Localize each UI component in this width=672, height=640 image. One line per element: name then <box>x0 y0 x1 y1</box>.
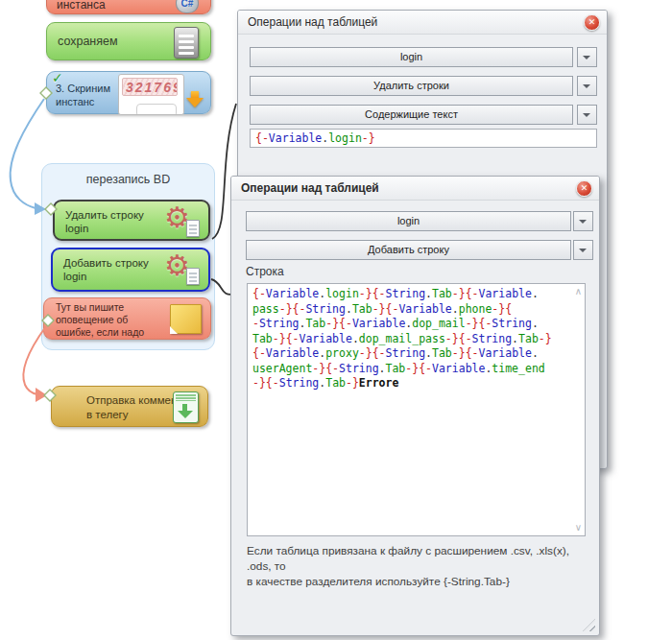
scroll-down-icon[interactable]: ∨ <box>575 523 582 533</box>
flow-block-delete-row[interactable]: Удалить строку login ⚙ <box>53 200 210 241</box>
gear-document-icon: ⚙ <box>164 251 203 288</box>
captcha-thumbnail: 321769 <box>118 74 184 115</box>
download-icon <box>173 391 199 423</box>
condition-dropdown-button[interactable] <box>577 105 597 125</box>
separator-hint-text: Если таблица привязана к файлу с расшире… <box>247 543 594 589</box>
operation-dropdown-button[interactable] <box>573 240 593 260</box>
close-icon[interactable]: ✕ <box>576 180 592 197</box>
dialog1-titlebar[interactable]: Операции над таблицей ✕ <box>238 11 607 35</box>
chevron-down-icon <box>579 220 587 224</box>
table-select-dropdown-button[interactable] <box>577 47 597 67</box>
dialog-table-operations-2: Операции над таблицей ✕ login Добавить с… <box>230 176 600 636</box>
document-icon <box>174 27 199 59</box>
arrowhead-salmon-icon <box>36 388 47 402</box>
table-select-dropdown[interactable]: login <box>250 47 573 67</box>
flow-block-save-label: сохраняем <box>58 35 118 48</box>
flow-block-delete-row-label: Удалить строку login <box>65 208 144 235</box>
close-icon[interactable]: ✕ <box>584 14 600 31</box>
flow-block-screenshot[interactable]: ✓ 3. Скриним инстанс 321769 <box>46 71 211 114</box>
row-string-label: Строка <box>246 265 284 278</box>
resize-grip[interactable] <box>583 619 595 631</box>
flow-block-instance[interactable]: инстанса C# <box>46 0 211 14</box>
dialog1-title: Операции над таблицей <box>248 15 377 29</box>
operation-dropdown[interactable]: Добавить строку <box>246 240 571 260</box>
flow-block-screenshot-label: 3. Скриним инстанс <box>56 82 110 108</box>
scroll-up-icon[interactable]: ∧ <box>575 287 582 296</box>
chevron-down-icon <box>583 113 590 117</box>
sticky-note-icon <box>170 304 202 334</box>
dialog2-title: Операции над таблицей <box>241 181 379 195</box>
chevron-down-icon <box>583 56 590 59</box>
dialog2-titlebar[interactable]: Операции над таблицей ✕ <box>231 177 599 201</box>
flow-block-instance-label: инстанса <box>57 0 106 12</box>
flow-block-add-row-label: Добавить строку login <box>63 256 149 283</box>
chevron-down-icon <box>579 249 587 252</box>
table-select-dropdown[interactable]: login <box>246 211 571 231</box>
flow-group-title: перезапись BD <box>42 173 214 186</box>
chevron-down-icon <box>583 84 590 88</box>
condition-dropdown[interactable]: Содержищие текст <box>250 105 573 125</box>
flow-block-error-note-label: Тут вы пишите оповещение об ошибке, если… <box>56 301 144 339</box>
flow-block-send-telegram[interactable]: Отправка коммента в телегу <box>51 386 208 427</box>
orange-down-arrow-icon <box>186 91 204 107</box>
row-string-content: {-Variable.login-}{-String.Tab-}{-Variab… <box>252 287 567 391</box>
row-string-textarea[interactable]: {-Variable.login-}{-String.Tab-}{-Variab… <box>247 283 586 536</box>
flow-block-add-row[interactable]: Добавить строку login ⚙ <box>51 248 210 292</box>
csharp-icon: C# <box>176 0 199 13</box>
gear-document-icon: ⚙ <box>164 203 203 240</box>
connector-curve-screenshot-to-delete <box>11 99 44 208</box>
flow-block-error-note[interactable]: Тут вы пишите оповещение об ошибке, если… <box>43 297 211 340</box>
table-select-dropdown-button[interactable] <box>573 211 593 231</box>
captcha-digits: 321769 <box>122 78 178 96</box>
contains-text-input[interactable]: {-Variable.login-} <box>250 129 597 148</box>
operation-dropdown[interactable]: Удалить строки <box>250 76 573 96</box>
flow-block-save[interactable]: сохраняем <box>46 22 211 60</box>
operation-dropdown-button[interactable] <box>577 76 597 96</box>
captcha-input-thumb <box>136 104 177 115</box>
